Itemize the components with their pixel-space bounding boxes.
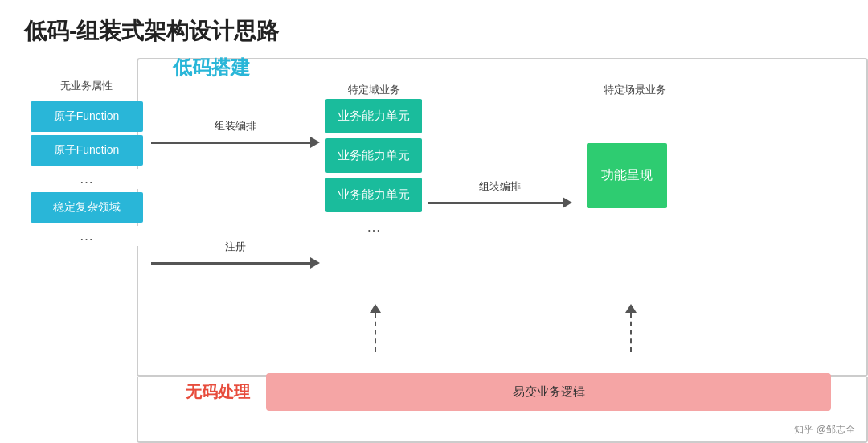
unit-box-1: 业务能力单元 <box>326 99 422 133</box>
scene-label: 特定场景业务 <box>587 83 683 97</box>
nocode-section: 无码处理 易变业务逻辑 <box>173 359 844 425</box>
arrow1-label: 组装编排 <box>151 119 320 133</box>
nocode-title: 无码处理 <box>186 381 250 403</box>
unit-box-2: 业务能力单元 <box>326 138 422 173</box>
dashed-arrow-function <box>625 304 637 352</box>
nocode-bar: 易变业务逻辑 <box>266 373 831 411</box>
units-column: 业务能力单元 业务能力单元 业务能力单元 … <box>321 99 426 240</box>
arrow-register: 注册 <box>151 240 320 269</box>
arrow-right-assemble: 组装编排 <box>428 179 572 208</box>
atom-dots-1: … <box>31 169 143 189</box>
arrow2-label: 注册 <box>151 240 320 254</box>
main-container: 低码-组装式架构设计思路 无业务属性 原子Function 原子Function… <box>0 0 868 443</box>
atom-box-2: 原子Function <box>31 135 143 166</box>
function-box: 功能呈现 <box>587 143 667 208</box>
right-arrow-label: 组装编排 <box>428 179 572 194</box>
atom-box-complex: 稳定复杂领域 <box>31 192 143 223</box>
domain-label: 特定域业务 <box>321 83 426 97</box>
dashed-arrow-units <box>370 304 381 352</box>
atom-box-1: 原子Function <box>31 101 143 132</box>
arrow-assemble: 组装编排 <box>151 119 320 148</box>
atom-dots-2: … <box>31 226 143 246</box>
unit-dots: … <box>326 217 422 237</box>
left-column: 无业务属性 原子Function 原子Function … 稳定复杂领域 … <box>24 79 149 249</box>
unit-box-3: 业务能力单元 <box>326 178 422 212</box>
watermark: 知乎 @邹志全 <box>794 423 855 437</box>
left-label: 无业务属性 <box>60 79 113 93</box>
lowcode-title: 低码搭建 <box>173 55 250 80</box>
page-title: 低码-组装式架构设计思路 <box>24 16 844 47</box>
